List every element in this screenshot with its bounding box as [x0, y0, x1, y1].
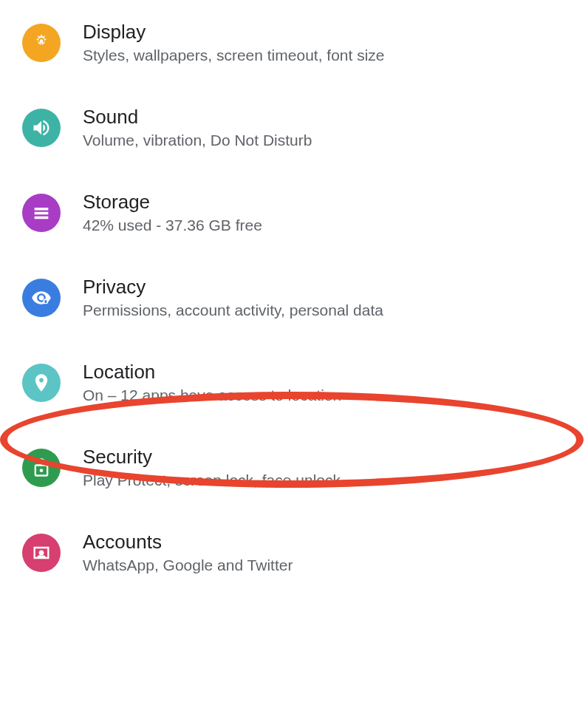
item-title: Accounts [83, 531, 293, 554]
settings-item-storage[interactable]: Storage 42% used - 37.36 GB free [0, 170, 588, 255]
settings-item-location[interactable]: Location On – 12 apps have access to loc… [0, 340, 588, 425]
item-title: Storage [83, 191, 262, 214]
settings-item-display[interactable]: Display Styles, wallpapers, screen timeo… [0, 0, 588, 85]
item-subtitle: 42% used - 37.36 GB free [83, 217, 262, 234]
text-container: Accounts WhatsApp, Google and Twitter [83, 531, 293, 574]
settings-item-sound[interactable]: Sound Volume, vibration, Do Not Disturb [0, 85, 588, 170]
settings-item-security[interactable]: Security Play Protect, screen lock, face… [0, 425, 588, 510]
item-title: Security [83, 446, 341, 469]
item-title: Privacy [83, 276, 383, 299]
text-container: Storage 42% used - 37.36 GB free [83, 191, 262, 234]
security-icon [22, 449, 61, 487]
storage-icon [22, 194, 61, 232]
text-container: Location On – 12 apps have access to loc… [83, 361, 341, 404]
location-icon [22, 364, 61, 402]
text-container: Security Play Protect, screen lock, face… [83, 446, 341, 489]
item-title: Sound [83, 106, 312, 129]
item-title: Location [83, 361, 341, 384]
sound-icon [22, 109, 61, 147]
item-subtitle: On – 12 apps have access to location [83, 387, 341, 404]
item-subtitle: Permissions, account activity, personal … [83, 302, 383, 319]
item-subtitle: Styles, wallpapers, screen timeout, font… [83, 47, 385, 64]
settings-item-accounts[interactable]: Accounts WhatsApp, Google and Twitter [0, 510, 588, 595]
item-subtitle: Play Protect, screen lock, face unlock [83, 472, 341, 489]
item-subtitle: WhatsApp, Google and Twitter [83, 556, 293, 574]
item-subtitle: Volume, vibration, Do Not Disturb [83, 132, 312, 149]
privacy-icon [22, 279, 61, 317]
text-container: Privacy Permissions, account activity, p… [83, 276, 383, 319]
settings-list: Display Styles, wallpapers, screen timeo… [0, 0, 588, 595]
text-container: Sound Volume, vibration, Do Not Disturb [83, 106, 312, 149]
accounts-icon [22, 534, 61, 572]
text-container: Display Styles, wallpapers, screen timeo… [83, 21, 385, 64]
settings-item-privacy[interactable]: Privacy Permissions, account activity, p… [0, 255, 588, 340]
display-icon [22, 24, 61, 62]
item-title: Display [83, 21, 385, 44]
